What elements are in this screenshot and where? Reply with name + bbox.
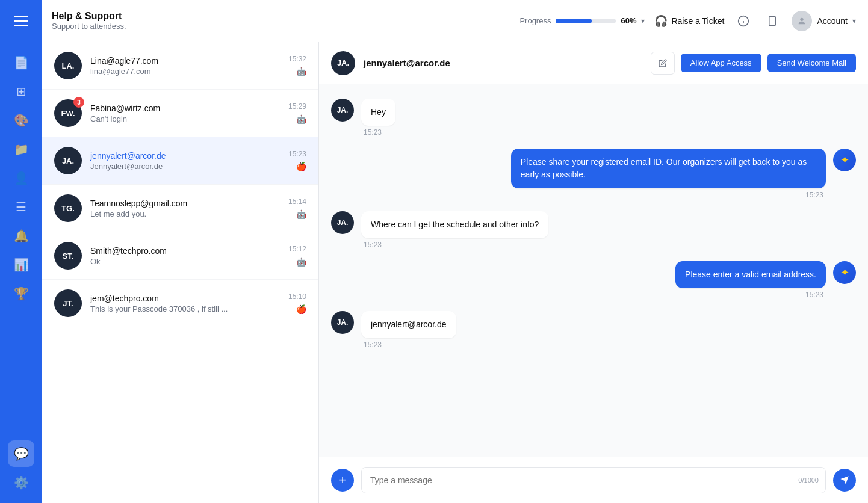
char-count: 0/1000 <box>798 477 819 484</box>
message-row-msg5: JA.jennyalert@arcor.de15:23 <box>331 311 856 349</box>
msg-body: Please enter a valid email address.15:23 <box>675 261 826 299</box>
add-attachment-button[interactable]: + <box>331 469 354 492</box>
account-name: Account <box>817 16 848 26</box>
raise-ticket-label: Raise a Ticket <box>671 16 724 26</box>
msg-bubble: Please enter a valid email address. <box>675 261 826 288</box>
account-section[interactable]: Account ▾ <box>792 11 856 31</box>
msg-bubble: Hey <box>361 99 395 126</box>
conv-time: 15:29 <box>288 102 306 111</box>
info-icon[interactable] <box>734 11 753 31</box>
svg-point-8 <box>801 17 804 20</box>
sidebar-item-folder[interactable]: 📁 <box>8 136 34 162</box>
msg-bubble: jennyalert@arcor.de <box>361 311 456 338</box>
progress-bar-container <box>556 19 616 23</box>
message-row-msg4: ✦Please enter a valid email address.15:2… <box>331 261 856 299</box>
msg-time: 15:23 <box>361 241 548 249</box>
message-row-msg3: JA.Where can I get the schedule and othe… <box>331 211 856 249</box>
conversation-item-team[interactable]: TG.Teamnoslepp@gmail.comLet me add you.1… <box>42 185 318 232</box>
conv-preview: Let me add you. <box>90 209 280 218</box>
msg-body: jennyalert@arcor.de15:23 <box>361 311 456 349</box>
chat-header-initials: JA. <box>337 58 349 67</box>
conv-meta: 15:23🍎 <box>288 150 306 171</box>
sidebar-item-file[interactable]: 📄 <box>8 49 34 76</box>
progress-percentage: 60% <box>621 16 636 25</box>
conversations-panel: LA.Lina@agle77.comlina@agle77.com15:32🤖F… <box>42 42 319 503</box>
sidebar-item-settings[interactable]: ⚙️ <box>8 469 34 496</box>
msg-bubble: Where can I get the schedule and other i… <box>361 211 548 238</box>
messages-container: JA.Hey15:23✦Please share your registered… <box>319 84 868 457</box>
conv-platform-icon: 🍎 <box>296 162 306 171</box>
conversation-item-fabina[interactable]: FW.3Fabina@wirtz.comCan't login15:29🤖 <box>42 90 318 137</box>
conv-time: 15:10 <box>288 292 306 301</box>
conversation-item-smith[interactable]: ST.Smith@techpro.comOk15:12🤖 <box>42 232 318 280</box>
conv-info: Fabina@wirtz.comCan't login <box>90 103 280 123</box>
edit-button[interactable] <box>651 52 675 75</box>
app-logo <box>0 0 42 42</box>
conv-email: Smith@techpro.com <box>90 246 280 256</box>
sidebar: 📄⊞🎨📁👤☰🔔📊🏆💬⚙️ <box>0 42 42 503</box>
conv-platform-icon: 🤖 <box>296 257 306 267</box>
sidebar-item-chart[interactable]: 📊 <box>8 252 34 278</box>
msg-bubble: Please share your registered email ID. O… <box>511 149 826 188</box>
chat-header-actions: Allow App Access Send Welcome Mail <box>651 52 856 75</box>
sidebar-item-trophy[interactable]: 🏆 <box>8 280 34 307</box>
conversation-item-lina[interactable]: LA.Lina@agle77.comlina@agle77.com15:32🤖 <box>42 42 318 90</box>
chat-header-email: jennyalert@arcor.de <box>364 58 642 68</box>
sidebar-item-grid[interactable]: ⊞ <box>8 78 34 105</box>
conv-info: Smith@techpro.comOk <box>90 246 280 266</box>
account-avatar <box>792 11 812 31</box>
chat-area: JA. jennyalert@arcor.de Allow App Access… <box>319 42 868 503</box>
conv-preview: Jennyalert@arcor.de <box>90 162 280 171</box>
chat-header-avatar: JA. <box>331 51 355 75</box>
app-title: Help & Support <box>52 11 519 22</box>
msg-sender-avatar: JA. <box>331 311 354 334</box>
msg-bot-avatar: ✦ <box>833 261 856 284</box>
send-button[interactable] <box>833 469 856 492</box>
conv-time: 15:12 <box>288 245 306 253</box>
conv-time: 15:32 <box>288 55 306 63</box>
msg-body: Please share your registered email ID. O… <box>511 149 826 199</box>
conv-info: jennyalert@arcor.deJennyalert@arcor.de <box>90 151 280 171</box>
sidebar-item-palette[interactable]: 🎨 <box>8 107 34 134</box>
send-welcome-mail-button[interactable]: Send Welcome Mail <box>767 54 856 72</box>
progress-section: Progress 60% ▾ <box>519 16 645 25</box>
conv-avatar: JT. <box>54 289 82 317</box>
conv-preview: Can't login <box>90 114 280 123</box>
conv-email: Teamnoslepp@gmail.com <box>90 199 280 208</box>
svg-rect-6 <box>769 16 776 25</box>
message-input[interactable] <box>361 467 826 493</box>
conv-email: Fabina@wirtz.com <box>90 103 280 113</box>
header: Help & Support Support to attendess. Pro… <box>0 0 868 42</box>
conv-preview: Ok <box>90 257 280 266</box>
sidebar-item-bell[interactable]: 🔔 <box>8 223 34 249</box>
sidebar-item-list[interactable]: ☰ <box>8 194 34 220</box>
conv-preview: lina@agle77.com <box>90 67 280 76</box>
allow-app-access-button[interactable]: Allow App Access <box>681 54 761 72</box>
progress-label: Progress <box>519 16 551 25</box>
conv-platform-icon: 🤖 <box>296 209 306 219</box>
message-row-msg2: ✦Please share your registered email ID. … <box>331 149 856 199</box>
message-row-msg1: JA.Hey15:23 <box>331 99 856 137</box>
chat-input-area: + 0/1000 <box>319 457 868 503</box>
progress-dropdown-icon[interactable]: ▾ <box>641 17 645 25</box>
input-wrapper: 0/1000 <box>361 467 826 493</box>
msg-body: Hey15:23 <box>361 99 395 137</box>
sidebar-item-chat[interactable]: 💬 <box>8 440 34 467</box>
msg-sender-avatar: JA. <box>331 99 354 122</box>
msg-time: 15:23 <box>361 341 456 349</box>
conv-time: 15:23 <box>288 150 306 158</box>
sidebar-item-user[interactable]: 👤 <box>8 165 34 191</box>
account-dropdown-icon: ▾ <box>852 17 856 25</box>
conv-platform-icon: 🤖 <box>296 114 306 124</box>
conv-email: jennyalert@arcor.de <box>90 151 280 161</box>
raise-ticket-button[interactable]: 🎧 Raise a Ticket <box>654 14 724 28</box>
mobile-icon[interactable] <box>763 11 782 31</box>
conv-avatar: ST. <box>54 242 82 270</box>
conv-avatar: TG. <box>54 194 82 222</box>
msg-time: 15:23 <box>803 291 826 299</box>
conversation-item-jenny[interactable]: JA.jennyalert@arcor.deJennyalert@arcor.d… <box>42 137 318 185</box>
conversation-item-jem[interactable]: JT.jem@techpro.comThis is your Passcode … <box>42 280 318 327</box>
conv-avatar: FW.3 <box>54 99 82 127</box>
conv-meta: 15:32🤖 <box>288 55 306 76</box>
conv-info: Lina@agle77.comlina@agle77.com <box>90 56 280 76</box>
